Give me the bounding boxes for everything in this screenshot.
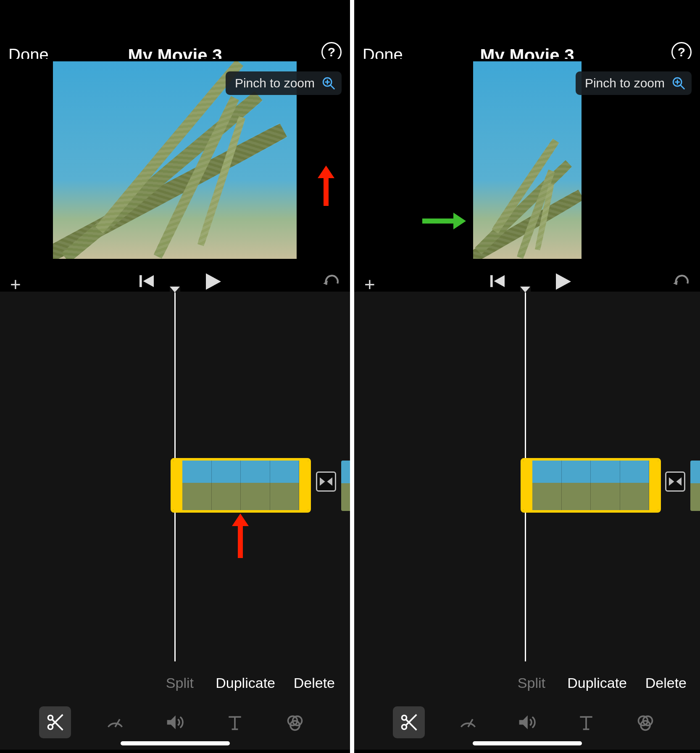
text-icon bbox=[226, 713, 244, 732]
tab-filter[interactable] bbox=[629, 706, 661, 738]
tab-volume[interactable] bbox=[511, 706, 543, 738]
scissors-icon bbox=[46, 713, 64, 732]
screenshot-left: Done My Movie 3 ? Pinch to zoom + bbox=[0, 0, 350, 753]
home-indicator bbox=[121, 741, 230, 745]
tab-filter[interactable] bbox=[279, 706, 311, 738]
annotation-red-arrow-zoom bbox=[324, 176, 329, 206]
svg-marker-35 bbox=[519, 716, 528, 729]
svg-line-1 bbox=[330, 85, 334, 89]
svg-marker-6 bbox=[206, 274, 221, 290]
preview-area[interactable]: Pinch to zoom bbox=[354, 59, 700, 267]
scissors-icon bbox=[400, 713, 418, 732]
preview-area[interactable]: Pinch to zoom bbox=[0, 59, 350, 267]
svg-rect-4 bbox=[139, 275, 142, 287]
svg-marker-7 bbox=[320, 477, 325, 486]
tab-cut[interactable] bbox=[39, 706, 71, 738]
clip-trim-right[interactable] bbox=[649, 461, 658, 510]
svg-marker-5 bbox=[143, 275, 154, 287]
screenshot-right: Done My Movie 3 ? Pinch to zoom + bbox=[354, 0, 700, 753]
tab-speed[interactable] bbox=[452, 706, 484, 738]
undo-button[interactable] bbox=[323, 274, 340, 288]
selected-clip[interactable] bbox=[171, 458, 311, 513]
play-button[interactable] bbox=[206, 273, 221, 290]
transition-button[interactable] bbox=[316, 471, 336, 492]
help-icon: ? bbox=[328, 45, 335, 59]
tab-text[interactable] bbox=[219, 706, 251, 738]
delete-button[interactable]: Delete bbox=[645, 675, 687, 691]
filters-icon bbox=[636, 713, 655, 732]
delete-button[interactable]: Delete bbox=[294, 675, 335, 691]
tab-volume[interactable] bbox=[159, 706, 191, 738]
svg-line-22 bbox=[680, 85, 684, 89]
clip-trim-left[interactable] bbox=[173, 461, 182, 510]
hint-label: Pinch to zoom bbox=[585, 76, 665, 90]
svg-rect-25 bbox=[490, 275, 493, 287]
transition-icon bbox=[669, 475, 682, 488]
volume-icon bbox=[166, 713, 184, 732]
svg-marker-28 bbox=[669, 477, 674, 486]
text-icon bbox=[577, 713, 595, 732]
zoom-in-icon bbox=[671, 76, 686, 90]
svg-marker-29 bbox=[676, 477, 682, 486]
clip-trim-left[interactable] bbox=[523, 461, 532, 510]
svg-marker-26 bbox=[494, 275, 505, 287]
clip-trim-right[interactable] bbox=[299, 461, 308, 510]
tab-speed[interactable] bbox=[99, 706, 131, 738]
tab-cut[interactable] bbox=[393, 706, 425, 738]
home-indicator bbox=[473, 741, 582, 745]
skip-back-button[interactable] bbox=[139, 275, 154, 287]
duplicate-button[interactable]: Duplicate bbox=[216, 675, 275, 691]
speedometer-icon bbox=[106, 713, 124, 732]
transition-button[interactable] bbox=[665, 471, 685, 492]
timeline[interactable] bbox=[0, 292, 350, 661]
clip-thumbnails bbox=[182, 461, 299, 510]
timeline[interactable] bbox=[354, 292, 700, 661]
pinch-to-zoom-hint[interactable]: Pinch to zoom bbox=[226, 71, 342, 95]
play-button[interactable] bbox=[556, 273, 571, 290]
header: Done My Movie 3 ? bbox=[0, 0, 350, 59]
pinch-to-zoom-hint[interactable]: Pinch to zoom bbox=[576, 71, 692, 95]
filters-icon bbox=[286, 713, 304, 732]
next-clip-peek[interactable] bbox=[341, 461, 350, 511]
annotation-red-arrow-clip bbox=[238, 524, 243, 558]
tab-text[interactable] bbox=[570, 706, 602, 738]
svg-marker-8 bbox=[327, 477, 333, 486]
help-icon: ? bbox=[678, 45, 685, 59]
svg-marker-14 bbox=[167, 716, 176, 729]
preview-video[interactable] bbox=[473, 61, 582, 259]
duplicate-button[interactable]: Duplicate bbox=[567, 675, 627, 691]
next-clip-peek[interactable] bbox=[690, 461, 700, 511]
annotation-green-arrow-preview bbox=[422, 219, 455, 224]
undo-button[interactable] bbox=[673, 274, 690, 288]
pane-separator bbox=[350, 0, 354, 753]
svg-marker-27 bbox=[556, 274, 571, 290]
clip-edit-row: Split Duplicate Delete bbox=[0, 661, 350, 695]
speedometer-icon bbox=[459, 713, 477, 732]
transition-icon bbox=[320, 475, 332, 488]
volume-icon bbox=[518, 713, 536, 732]
clip-edit-row: Split Duplicate Delete bbox=[354, 661, 700, 695]
clip-thumbnails bbox=[532, 461, 649, 510]
skip-back-button[interactable] bbox=[490, 275, 505, 287]
selected-clip[interactable] bbox=[521, 458, 661, 513]
split-button[interactable]: Split bbox=[518, 675, 545, 691]
header: Done My Movie 3 ? bbox=[354, 0, 700, 59]
hint-label: Pinch to zoom bbox=[235, 76, 315, 90]
zoom-in-icon bbox=[321, 76, 336, 90]
split-button[interactable]: Split bbox=[166, 675, 194, 691]
